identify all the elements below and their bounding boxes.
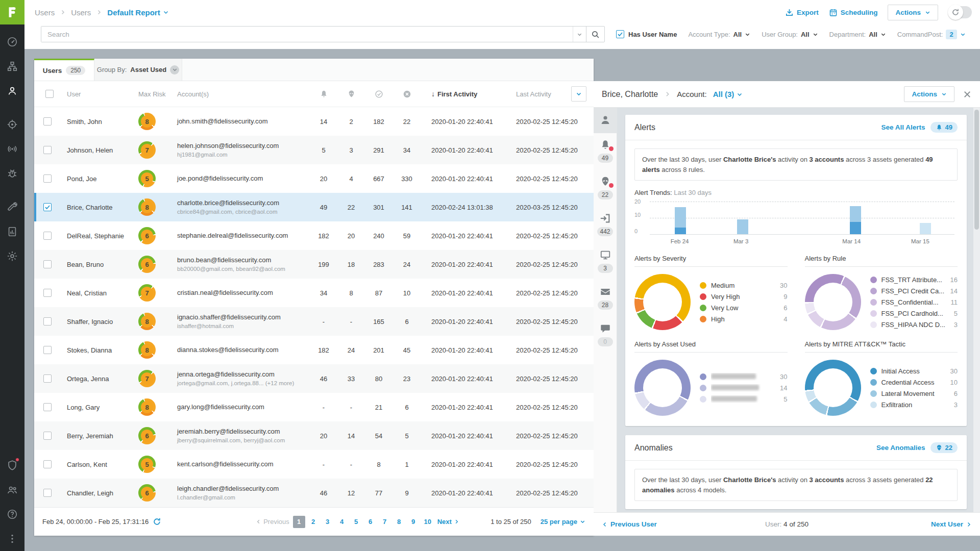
table-row[interactable]: Smith, John8john.smith@fidelissecurity.c… — [34, 107, 594, 136]
sidebar-item-report[interactable] — [0, 219, 24, 244]
success-check-icon[interactable] — [365, 90, 393, 98]
table-row[interactable]: Ortega, Jenna7jenna.ortega@fidelissecuri… — [34, 364, 594, 393]
sidebar-item-target[interactable] — [0, 112, 24, 137]
row-checkbox[interactable] — [43, 203, 52, 211]
panel-actions-button[interactable]: Actions — [904, 86, 954, 102]
col-first-activity-sorted[interactable]: ↓First Activity — [431, 90, 516, 98]
table-row[interactable]: Pond, Joe5joe.pond@fidelissecurity.com20… — [34, 164, 594, 193]
tab-users[interactable]: Users 250 — [34, 59, 94, 81]
row-checkbox[interactable] — [43, 289, 52, 297]
search-input[interactable] — [41, 27, 573, 42]
anomalies-alien-icon[interactable] — [337, 90, 365, 98]
user-name-link[interactable]: Brice, Charlotte — [67, 204, 138, 211]
breadcrumb-report-selector[interactable]: Default Report — [107, 8, 168, 17]
column-settings-button[interactable] — [571, 86, 586, 102]
page-button-2[interactable]: 2 — [307, 516, 320, 528]
user-name-link[interactable]: Carlson, Kent — [67, 461, 138, 468]
row-checkbox[interactable] — [43, 374, 52, 383]
user-name-link[interactable]: Johnson, Helen — [67, 146, 138, 154]
previous-page-button[interactable]: Previous — [256, 518, 289, 525]
sidebar-item-group[interactable] — [0, 478, 24, 502]
table-row[interactable]: Stokes, Dianna8dianna.stokes@fidelissecu… — [34, 336, 594, 364]
table-row[interactable]: Long, Gary8gary.long@fidelissecurity.com… — [34, 393, 594, 421]
refresh-icon[interactable] — [153, 517, 161, 526]
col-last-activity[interactable]: Last Activity — [516, 90, 551, 98]
sidebar-item-dashboard[interactable] — [0, 30, 24, 54]
user-name-link[interactable]: Smith, John — [67, 118, 138, 126]
trend-bar-mar-3[interactable] — [737, 219, 748, 234]
previous-user-button[interactable]: Previous User — [602, 520, 657, 528]
table-row[interactable]: Brice, Charlotte8charlotte.brice@fidelis… — [34, 193, 594, 221]
trend-bar-feb-24[interactable] — [675, 207, 686, 234]
user-name-link[interactable]: Bean, Bruno — [67, 261, 138, 268]
alerts-bell-icon[interactable] — [310, 90, 337, 98]
sidebar-item-gear[interactable] — [0, 244, 24, 268]
page-button-8[interactable]: 8 — [393, 516, 405, 528]
row-checkbox[interactable] — [43, 346, 52, 354]
table-row[interactable]: Shaffer, Ignacio8ignacio.shaffer@fidelis… — [34, 307, 594, 336]
see-anomalies-link[interactable]: See Anomalies — [876, 444, 925, 452]
user-name-link[interactable]: DelReal, Stephanie — [67, 232, 138, 240]
sidebar-item-users[interactable] — [0, 79, 24, 103]
user-name-link[interactable]: Chandler, Leigh — [67, 489, 138, 497]
trend-bar-mar-14[interactable] — [850, 206, 861, 234]
table-row[interactable]: Chandler, Leigh6leigh.chandler@fidelisse… — [34, 479, 594, 507]
row-checkbox[interactable] — [43, 460, 52, 468]
fidelis-logo[interactable] — [0, 0, 24, 24]
col-max-risk[interactable]: Max Risk — [138, 90, 177, 98]
sidebar-item-shield[interactable] — [0, 453, 24, 478]
row-checkbox[interactable] — [43, 232, 52, 240]
rail-item-signin[interactable]: 442 — [594, 207, 617, 243]
asset-donut-chart[interactable] — [634, 360, 691, 416]
row-checkbox[interactable] — [43, 403, 52, 411]
scheduling-button[interactable]: Scheduling — [829, 8, 878, 17]
rail-item-monitor[interactable]: 3 — [594, 243, 617, 280]
row-checkbox[interactable] — [43, 432, 52, 440]
user-name-link[interactable]: Long, Gary — [67, 404, 138, 411]
row-checkbox[interactable] — [43, 260, 52, 268]
row-checkbox[interactable] — [43, 317, 52, 325]
user-group-filter[interactable]: User Group:All — [762, 31, 818, 38]
panel-scrollbar[interactable] — [973, 108, 980, 512]
breadcrumb-users-1[interactable]: Users — [35, 8, 55, 17]
next-user-button[interactable]: Next User — [931, 520, 972, 528]
has-user-name-filter[interactable]: Has User Name — [616, 30, 677, 38]
sidebar-item-wrench[interactable] — [0, 195, 24, 219]
table-row[interactable]: Johnson, Helen7helen.johnson@fidelissecu… — [34, 136, 594, 164]
page-button-7[interactable]: 7 — [379, 516, 391, 528]
table-row[interactable]: Neal, Cristian7cristian.neal@fidelissecu… — [34, 279, 594, 307]
rail-item-bell[interactable]: 49 — [594, 133, 617, 170]
see-all-alerts-link[interactable]: See All Alerts — [881, 123, 925, 131]
rail-item-person[interactable] — [594, 108, 617, 133]
rail-item-alien[interactable]: 22 — [594, 170, 617, 207]
user-name-link[interactable]: Neal, Cristian — [67, 289, 138, 297]
mitre-donut-chart[interactable] — [805, 360, 861, 416]
table-row[interactable]: Bean, Bruno6bruno.bean@fidelissecurity.c… — [34, 250, 594, 279]
select-all-checkbox[interactable] — [45, 90, 54, 98]
user-name-link[interactable]: Berry, Jeremiah — [67, 432, 138, 440]
severity-donut-chart[interactable] — [634, 274, 691, 330]
sidebar-item-help[interactable] — [0, 502, 24, 527]
commandpost-filter[interactable]: CommandPost: 2 — [897, 30, 966, 39]
page-button-1[interactable]: 1 — [293, 516, 305, 528]
group-by-selector[interactable]: Group By:Asset Used — [94, 59, 182, 81]
search-options-caret[interactable] — [573, 27, 586, 42]
user-name-link[interactable]: Ortega, Jenna — [67, 375, 138, 383]
breadcrumb-users-2[interactable]: Users — [71, 8, 91, 17]
auto-refresh-toggle[interactable] — [948, 6, 972, 18]
user-name-link[interactable]: Pond, Joe — [67, 175, 138, 183]
row-checkbox[interactable] — [43, 117, 52, 126]
row-checkbox[interactable] — [43, 489, 52, 497]
has-user-name-checkbox[interactable] — [616, 30, 624, 38]
next-page-button[interactable]: Next — [437, 518, 459, 525]
close-panel-icon[interactable] — [963, 90, 972, 99]
rail-item-mail[interactable]: 28 — [594, 280, 617, 317]
table-row[interactable]: Berry, Jeremiah6jeremiah.berry@fidelisse… — [34, 421, 594, 450]
actions-button[interactable]: Actions — [888, 5, 938, 20]
sidebar-item-bug[interactable] — [0, 161, 24, 186]
trend-bar-mar-15[interactable] — [920, 223, 931, 234]
page-button-10[interactable]: 10 — [422, 516, 434, 528]
table-row[interactable]: Carlson, Kent5kent.carlson@fidelissecuri… — [34, 450, 594, 479]
sidebar-item-signal[interactable] — [0, 137, 24, 161]
rail-item-chat[interactable]: 0 — [594, 317, 617, 354]
